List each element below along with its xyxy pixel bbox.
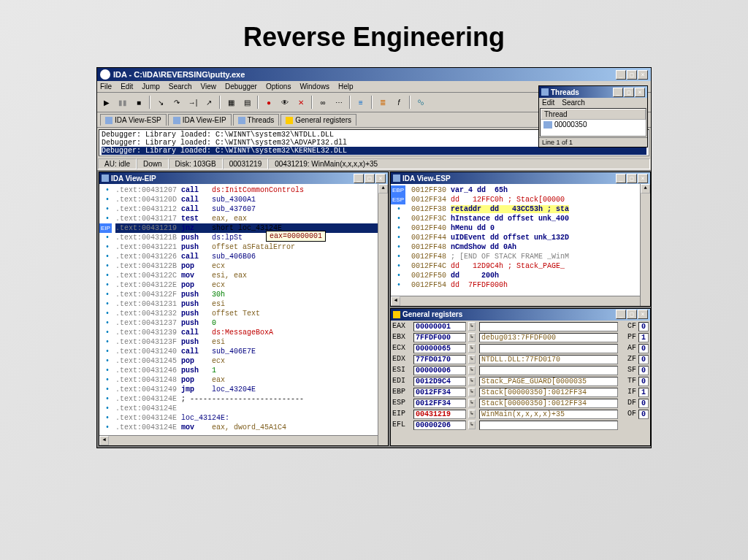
tab-ida-view-eip[interactable]: IDA View-EIP: [168, 114, 232, 126]
disasm-line[interactable]: •.text:0043124E: [115, 404, 386, 413]
close-button[interactable]: ×: [635, 88, 645, 97]
tab-threads[interactable]: Threads: [233, 114, 280, 126]
function-button[interactable]: ≣: [375, 95, 390, 110]
disasm-line[interactable]: •.text:00431249 jmp loc_43204E: [115, 385, 386, 394]
disassembly-view[interactable]: •.text:00431207 call ds:InitCommonContro…: [99, 184, 388, 445]
register-value[interactable]: 00000006: [413, 366, 466, 375]
disasm-line[interactable]: •.text:0043124E ; ----------------------…: [115, 394, 386, 404]
menu-edit[interactable]: Edit: [542, 99, 554, 107]
register-jump-button[interactable]: ↳: [468, 333, 476, 342]
close-button[interactable]: ×: [638, 70, 648, 80]
breakpoint-button[interactable]: ●: [262, 95, 276, 110]
list-button[interactable]: ≡: [354, 95, 368, 110]
register-value[interactable]: 0012FF34: [413, 399, 466, 408]
misc-button[interactable]: ⁰₀: [413, 95, 428, 110]
register-value[interactable]: 00431219: [413, 410, 466, 419]
register-jump-button[interactable]: ↳: [468, 410, 476, 418]
maximize-button[interactable]: □: [627, 310, 637, 319]
stack-line[interactable]: ESP0012FF34 dd 12FFC0h ; Stack[00000: [411, 195, 649, 204]
stack-line[interactable]: •0012FF3C hInstance dd offset unk_400: [411, 214, 649, 223]
run-until-return-button[interactable]: ↗: [202, 95, 216, 110]
threads-header[interactable]: Thread: [541, 109, 646, 120]
menu-jump[interactable]: Jump: [142, 83, 159, 91]
maximize-button[interactable]: □: [365, 174, 375, 183]
disasm-line[interactable]: •.text:00431240 call sub_406E7E: [115, 347, 386, 356]
disasm-line[interactable]: •.text:0043122E pop ecx: [115, 280, 386, 290]
menu-search[interactable]: Search: [169, 83, 192, 91]
child-titlebar[interactable]: General registers _ □ ×: [391, 309, 650, 321]
stack-view[interactable]: EBP0012FF30 var_4 dd 65hESP0012FF34 dd 1…: [391, 184, 650, 306]
menu-help[interactable]: Help: [338, 83, 354, 91]
menu-file[interactable]: File: [100, 83, 112, 91]
disasm-line[interactable]: •.text:0043122C mov esi, eax: [115, 271, 386, 280]
disasm-line[interactable]: •.text:00431232 push offset Text: [115, 309, 386, 318]
menu-options[interactable]: Options: [266, 83, 291, 91]
trace-button[interactable]: ⋯: [332, 95, 346, 110]
disasm-line[interactable]: •.text:00431212 call sub_437607: [115, 204, 386, 214]
flag-value[interactable]: 0: [638, 377, 649, 386]
close-button[interactable]: ×: [638, 310, 648, 319]
menu-debugger[interactable]: Debugger: [225, 83, 257, 91]
stack-line[interactable]: •0012FF48 nCmdShow dd 0Ah: [411, 242, 649, 252]
stack-line[interactable]: •0012FF4C dd 12D9C4h ; Stack_PAGE_: [411, 261, 649, 271]
register-jump-button[interactable]: ↳: [468, 355, 476, 364]
pause-button[interactable]: ▮▮: [115, 95, 130, 110]
disasm-line[interactable]: •.text:0043120D call sub_4300A1: [115, 195, 386, 204]
register-value[interactable]: 00000206: [413, 421, 466, 430]
disasm-line[interactable]: •.text:00431237 push 0: [115, 318, 386, 328]
open-subview-button[interactable]: ▦: [224, 95, 238, 110]
stack-line[interactable]: EBP0012FF30 var_4 dd 65h: [411, 185, 649, 195]
flag-value[interactable]: 0: [638, 399, 649, 408]
tab-ida-view-esp[interactable]: IDA View-ESP: [100, 114, 167, 126]
minimize-button[interactable]: _: [354, 174, 364, 183]
hex-view-button[interactable]: ▤: [240, 95, 254, 110]
minimize-button[interactable]: _: [616, 310, 626, 319]
child-titlebar[interactable]: IDA View-ESP _ □ ×: [391, 172, 650, 184]
close-button[interactable]: ×: [638, 174, 648, 183]
register-jump-button[interactable]: ↳: [468, 366, 476, 375]
menu-edit[interactable]: Edit: [121, 83, 133, 91]
stack-line[interactable]: •0012FF44 uIDEvent dd offset unk_132D: [411, 233, 649, 242]
child-titlebar[interactable]: IDA View-EIP _ □ ×: [99, 172, 388, 184]
flag-value[interactable]: 0: [638, 322, 649, 331]
vertical-scrollbar[interactable]: ▲: [640, 184, 650, 306]
register-jump-button[interactable]: ↳: [468, 344, 476, 353]
step-over-button[interactable]: ↷: [169, 95, 184, 110]
stack-line[interactable]: •0012FF54 dd 7FFDF000h: [411, 280, 649, 290]
stack-line[interactable]: •0012FF48 ; [END OF STACK FRAME _WinM: [411, 252, 649, 261]
maximize-button[interactable]: □: [627, 70, 637, 80]
maximize-button[interactable]: □: [624, 88, 634, 97]
horizontal-scrollbar[interactable]: ◀: [391, 296, 640, 306]
disasm-line[interactable]: •.text:0043122F push 30h: [115, 290, 386, 299]
disasm-line[interactable]: •.text:00431231 push esi: [115, 299, 386, 309]
menu-search[interactable]: Search: [562, 99, 585, 107]
vertical-scrollbar[interactable]: ▲: [378, 184, 388, 445]
flag-value[interactable]: 0: [638, 366, 649, 375]
minimize-button[interactable]: _: [616, 174, 626, 183]
watch-button[interactable]: 👁: [278, 95, 292, 110]
threads-window[interactable]: Threads _ □ × Edit Search Thread 0000035…: [538, 85, 648, 147]
disasm-line[interactable]: •.text:0043121B push ds:lpSt: [115, 233, 386, 242]
register-value[interactable]: 00000001: [413, 322, 466, 331]
disasm-line[interactable]: •.text:00431246 push 1: [115, 366, 386, 375]
disasm-line[interactable]: •.text:0043123F push esi: [115, 337, 386, 347]
flag-value[interactable]: 1: [638, 388, 649, 397]
titlebar[interactable]: IDA - C:\IDA\REVERSING\putty.exe _ □ ×: [97, 68, 651, 81]
minimize-button[interactable]: _: [613, 88, 623, 97]
register-value[interactable]: 0012FF34: [413, 388, 466, 397]
flag-value[interactable]: 0: [638, 344, 649, 353]
threads-list[interactable]: Thread 00000350: [540, 108, 646, 137]
stack-line[interactable]: •0012FF40 hMenu dd 0: [411, 223, 649, 233]
disasm-line[interactable]: •.text:00431207 call ds:InitCommonContro…: [115, 185, 386, 195]
disasm-line[interactable]: •.text:00431239 call ds:MessageBoxA: [115, 328, 386, 337]
register-jump-button[interactable]: ↳: [468, 421, 476, 429]
flag-value[interactable]: 0: [638, 410, 649, 419]
register-jump-button[interactable]: ↳: [468, 322, 476, 331]
step-into-button[interactable]: ↘: [153, 95, 168, 110]
register-value[interactable]: 00000065: [413, 344, 466, 353]
disasm-line[interactable]: •.text:00431226 call sub_406B06: [115, 252, 386, 261]
run-button[interactable]: ▶: [99, 95, 114, 110]
disasm-line[interactable]: •.text:00431248 pop eax: [115, 375, 386, 385]
stack-line[interactable]: •0012FF50 dd 200h: [411, 271, 649, 280]
stack-line[interactable]: •0012FF38 retaddr dd 43CC53h ; sta: [411, 204, 649, 214]
